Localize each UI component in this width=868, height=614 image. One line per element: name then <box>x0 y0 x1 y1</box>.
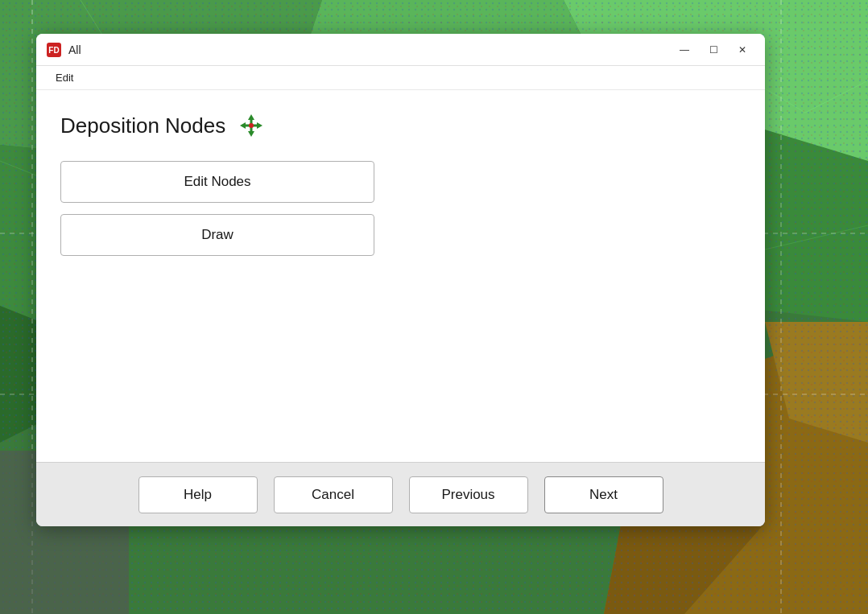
section-header: Deposition Nodes <box>60 113 741 138</box>
previous-button[interactable]: Previous <box>409 476 528 513</box>
minimize-button[interactable]: — <box>672 39 697 61</box>
buttons-area: Edit Nodes Draw <box>60 161 741 256</box>
cancel-button[interactable]: Cancel <box>274 476 393 513</box>
section-title: Deposition Nodes <box>60 113 225 138</box>
maximize-button[interactable]: ☐ <box>701 39 726 61</box>
draw-button[interactable]: Draw <box>60 214 374 256</box>
svg-marker-26 <box>248 114 254 120</box>
content-area: Deposition Nodes <box>36 90 765 462</box>
next-button[interactable]: Next <box>544 476 663 513</box>
edit-nodes-button[interactable]: Edit Nodes <box>60 161 374 203</box>
title-bar-controls: — ☐ ✕ <box>672 39 755 61</box>
help-button[interactable]: Help <box>138 476 258 513</box>
menu-bar: Edit <box>36 66 765 90</box>
edit-menu[interactable]: Edit <box>49 70 80 85</box>
close-button[interactable]: ✕ <box>730 39 755 61</box>
title-bar: FD All — ☐ ✕ <box>36 34 765 66</box>
window-title: All <box>68 43 81 56</box>
title-bar-left: FD All <box>46 42 81 58</box>
svg-text:FD: FD <box>48 46 59 55</box>
app-icon: FD <box>46 42 62 58</box>
move-icon[interactable] <box>238 113 264 138</box>
svg-point-34 <box>249 123 254 128</box>
main-window: FD All — ☐ ✕ Edit Deposition Nodes <box>36 34 765 526</box>
footer: Help Cancel Previous Next <box>36 462 765 526</box>
svg-marker-32 <box>257 122 262 129</box>
svg-marker-30 <box>240 122 246 129</box>
svg-marker-28 <box>248 131 254 137</box>
